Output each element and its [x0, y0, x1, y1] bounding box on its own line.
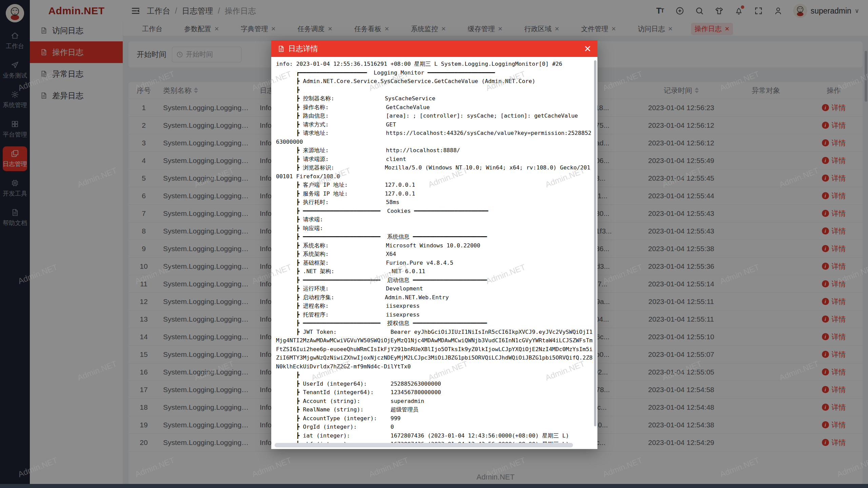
vertical-scrollbar[interactable] — [594, 60, 596, 426]
log-detail-dialog: 日志详情 ✕ info: 2023-01-04 12:55:36.1516291… — [271, 40, 597, 449]
document-icon — [277, 45, 285, 53]
log-text: info: 2023-01-04 12:55:36.1516291 +08:00… — [276, 60, 593, 449]
close-icon[interactable]: ✕ — [584, 44, 591, 53]
dialog-header: 日志详情 ✕ — [271, 40, 597, 57]
dialog-title: 日志详情 — [277, 44, 318, 54]
horizontal-scrollbar[interactable] — [275, 443, 573, 447]
dialog-body: info: 2023-01-04 12:55:36.1516291 +08:00… — [271, 57, 597, 449]
